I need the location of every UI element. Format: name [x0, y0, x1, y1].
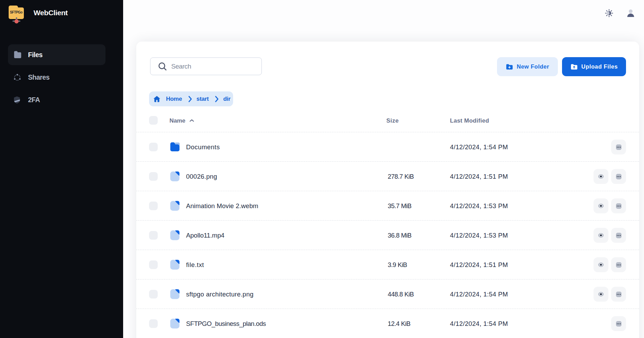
svg-text:SFTPGo: SFTPGo [10, 10, 23, 14]
